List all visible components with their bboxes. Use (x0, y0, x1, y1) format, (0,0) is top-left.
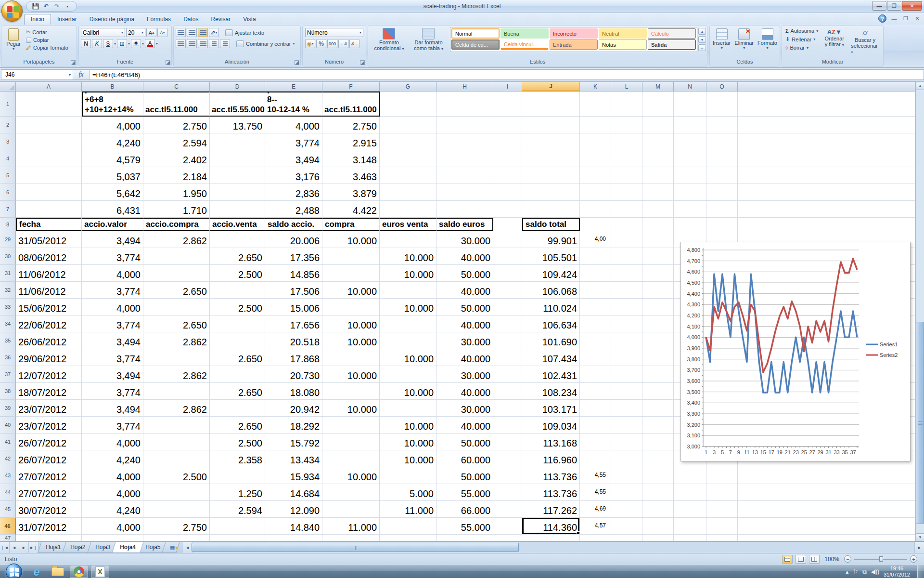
cell[interactable] (611, 150, 642, 167)
zoom-out-icon[interactable]: − (844, 555, 851, 563)
row-number-32[interactable]: 32 (0, 282, 16, 299)
cell[interactable] (493, 201, 522, 218)
cell[interactable] (642, 366, 674, 383)
cell[interactable]: 29/06/2012 (16, 349, 82, 366)
dialog-launcher-icon[interactable] (71, 60, 76, 65)
cell[interactable]: 50.000 (436, 299, 493, 315)
cell[interactable] (493, 231, 522, 248)
row-number-30[interactable]: 30 (0, 248, 16, 265)
cell[interactable] (265, 535, 322, 541)
cell[interactable] (580, 92, 611, 117)
cell[interactable] (143, 501, 210, 518)
cell[interactable]: 60.000 (436, 450, 493, 467)
cell[interactable] (738, 117, 915, 133)
row-number-37[interactable]: 37 (0, 366, 16, 383)
cell[interactable] (16, 167, 82, 184)
cell[interactable]: 105.501 (522, 248, 580, 265)
cell[interactable]: 4,57 (580, 518, 611, 535)
cell-style-entrada[interactable]: Entrada (550, 39, 598, 50)
cell[interactable]: 2.650 (143, 282, 210, 299)
page-break-view-button[interactable] (809, 555, 820, 564)
vertical-scrollbar[interactable]: ▲ ▼ (915, 82, 924, 541)
cell[interactable]: 3,494 (82, 231, 143, 248)
orientation-button[interactable]: ⇗▾ (209, 28, 219, 37)
cell[interactable] (16, 150, 82, 167)
cell[interactable]: 10.000 (380, 349, 436, 366)
borders-button[interactable]: ⊞ (117, 39, 127, 48)
cell[interactable]: 2.750 (143, 117, 210, 133)
ribbon-tab-insertar[interactable]: Insertar (51, 14, 83, 25)
cell[interactable]: 4,000 (82, 484, 143, 501)
cell[interactable] (642, 299, 674, 315)
cell[interactable]: 10.000 (380, 383, 436, 400)
cell[interactable]: 4,000 (82, 434, 143, 450)
cell[interactable] (322, 417, 380, 434)
cell[interactable]: 2.650 (210, 417, 265, 434)
cell[interactable]: 2.650 (210, 383, 265, 400)
row-number-40[interactable]: 40 (0, 417, 16, 434)
workbook-close-icon[interactable]: ✕ (913, 15, 921, 22)
column-header-B[interactable]: B (82, 82, 143, 92)
office-button[interactable] (1, 0, 23, 22)
cell[interactable] (210, 518, 265, 535)
cell[interactable]: 40.000 (436, 383, 493, 400)
cell[interactable] (611, 417, 642, 434)
cell[interactable] (611, 434, 642, 450)
column-header-H[interactable]: H (436, 82, 493, 92)
sheet-tab-hoja4[interactable]: Hoja4 (112, 542, 143, 553)
cell[interactable] (738, 150, 915, 167)
cell[interactable] (674, 501, 706, 518)
restore-button[interactable]: ❐ (887, 1, 901, 11)
cell[interactable] (580, 201, 611, 218)
next-sheet-icon[interactable]: ► (19, 542, 29, 553)
cell[interactable] (642, 434, 674, 450)
cell[interactable]: 4.422 (322, 201, 380, 218)
row-number-33[interactable]: 33 (0, 299, 16, 315)
cell[interactable]: 40.000 (436, 417, 493, 434)
excel-icon[interactable]: X (91, 565, 109, 578)
column-header-I[interactable]: I (493, 82, 522, 92)
cell[interactable]: 2.594 (210, 501, 265, 518)
cell[interactable]: 11.000 (322, 518, 380, 535)
cell[interactable] (522, 92, 580, 117)
cell[interactable]: 40.000 (436, 282, 493, 299)
cell[interactable] (322, 383, 380, 400)
cell[interactable] (322, 434, 380, 450)
scroll-up-icon[interactable]: ▲ (916, 82, 924, 90)
decrease-decimal-button[interactable]: .0→ (349, 39, 359, 48)
cell[interactable]: 13.750 (210, 117, 265, 133)
column-header-O[interactable]: O (706, 82, 738, 92)
cell[interactable] (611, 299, 642, 315)
cell[interactable]: 12.090 (265, 501, 322, 518)
insert-worksheet-tab[interactable]: ▦★ (162, 542, 180, 553)
zoom-in-icon[interactable]: + (910, 555, 917, 563)
cell[interactable] (611, 450, 642, 467)
cell[interactable] (706, 484, 738, 501)
copy-button[interactable]: Copiar (25, 37, 70, 43)
cell[interactable]: 11.000 (380, 501, 436, 518)
cell[interactable] (674, 150, 706, 167)
cell[interactable]: 30.000 (436, 231, 493, 248)
align-right-button[interactable] (198, 39, 208, 48)
column-header-A[interactable]: A (16, 82, 82, 92)
conditional-formatting-button[interactable]: Formatocondicional ▾ (369, 27, 409, 52)
cell[interactable]: 2.750 (322, 117, 380, 133)
cell[interactable] (493, 315, 522, 332)
format-as-table-button[interactable]: Dar formatocomo tabla ▾ (409, 27, 448, 52)
cell[interactable] (380, 518, 436, 535)
cell[interactable] (706, 117, 738, 133)
cell[interactable] (493, 92, 522, 117)
cell[interactable] (642, 265, 674, 282)
column-header-J[interactable]: J (522, 82, 580, 92)
first-sheet-icon[interactable]: ❘◄ (0, 542, 10, 553)
row-number-3[interactable]: 3 (0, 133, 16, 150)
cell[interactable] (611, 315, 642, 332)
cell[interactable]: 2,836 (265, 184, 322, 201)
cell[interactable] (580, 150, 611, 167)
cell[interactable] (16, 184, 82, 201)
decrease-indent-button[interactable] (209, 39, 219, 48)
cell[interactable] (522, 167, 580, 184)
cell[interactable]: 4,55 (580, 467, 611, 484)
cell[interactable] (210, 332, 265, 349)
cell[interactable] (380, 282, 436, 299)
